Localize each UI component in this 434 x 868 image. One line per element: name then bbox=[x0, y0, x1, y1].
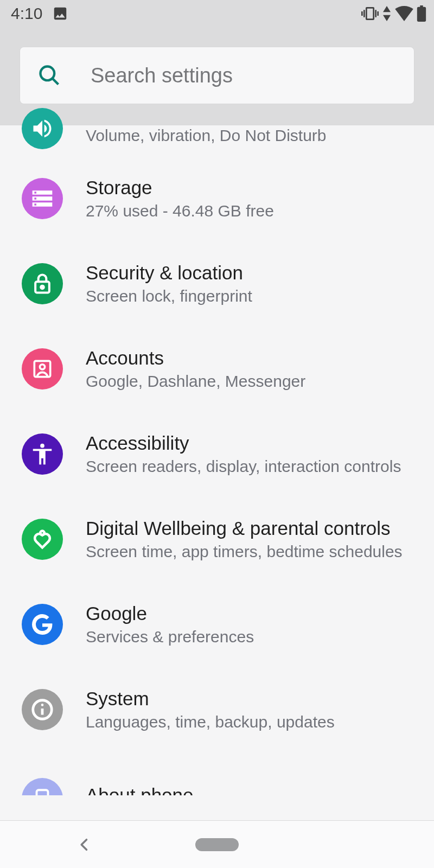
settings-item-accounts[interactable]: Accounts Google, Dashlane, Messenger bbox=[0, 326, 434, 411]
search-icon bbox=[37, 63, 61, 87]
status-time: 4:10 bbox=[11, 4, 42, 23]
svg-point-6 bbox=[40, 443, 44, 448]
svg-point-0 bbox=[41, 67, 55, 81]
settings-item-title: Accessibility bbox=[86, 432, 401, 454]
row-text: Volume, vibration, Do Not Disturb bbox=[86, 123, 327, 145]
settings-item-google[interactable]: Google Services & preferences bbox=[0, 582, 434, 667]
settings-item-wellbeing[interactable]: Digital Wellbeing & parental controls Sc… bbox=[0, 496, 434, 582]
settings-item-subtitle: Screen lock, fingerprint bbox=[86, 287, 252, 305]
row-text: System Languages, time, backup, updates bbox=[86, 688, 335, 731]
row-text: Accounts Google, Dashlane, Messenger bbox=[86, 347, 305, 391]
row-text: Storage 27% used - 46.48 GB free bbox=[86, 177, 274, 220]
settings-item-title: Storage bbox=[86, 177, 274, 199]
status-right bbox=[361, 5, 426, 22]
storage-icon bbox=[22, 178, 63, 219]
settings-item-subtitle: Screen readers, display, interaction con… bbox=[86, 457, 401, 476]
accessibility-icon bbox=[22, 433, 63, 475]
settings-item-storage[interactable]: Storage 27% used - 46.48 GB free bbox=[0, 156, 434, 241]
svg-point-5 bbox=[40, 364, 44, 369]
wellbeing-icon bbox=[22, 519, 63, 560]
row-text: About phone bbox=[86, 784, 194, 795]
settings-item-subtitle: Languages, time, backup, updates bbox=[86, 713, 335, 731]
settings-item-subtitle: Volume, vibration, Do Not Disturb bbox=[86, 123, 327, 145]
settings-item-subtitle: Services & preferences bbox=[86, 628, 254, 646]
google-icon bbox=[22, 604, 63, 645]
settings-item-sound[interactable]: Volume, vibration, Do Not Disturb bbox=[0, 123, 434, 156]
vibrate-icon bbox=[361, 5, 379, 22]
account-icon bbox=[22, 348, 63, 390]
settings-item-title: Digital Wellbeing & parental controls bbox=[86, 518, 403, 539]
settings-item-title: About phone bbox=[86, 784, 194, 795]
row-text: Digital Wellbeing & parental controls Sc… bbox=[86, 518, 403, 561]
nav-home-pill[interactable] bbox=[195, 838, 239, 851]
battery-icon bbox=[417, 5, 426, 22]
search-container: Search settings bbox=[0, 27, 434, 125]
settings-item-title: Accounts bbox=[86, 347, 305, 369]
nav-back-button[interactable] bbox=[77, 837, 92, 852]
row-text: Accessibility Screen readers, display, i… bbox=[86, 432, 401, 476]
svg-rect-11 bbox=[37, 790, 48, 795]
navigation-bar bbox=[0, 820, 434, 868]
settings-item-about[interactable]: About phone bbox=[0, 752, 434, 795]
settings-list: Volume, vibration, Do Not Disturb Storag… bbox=[0, 125, 434, 795]
sound-icon bbox=[22, 108, 63, 149]
data-arrows-icon bbox=[382, 6, 392, 21]
settings-item-title: Google bbox=[86, 603, 254, 624]
svg-point-3 bbox=[41, 285, 44, 289]
settings-item-subtitle: Google, Dashlane, Messenger bbox=[86, 372, 305, 391]
lock-icon bbox=[22, 263, 63, 304]
settings-item-system[interactable]: System Languages, time, backup, updates bbox=[0, 667, 434, 752]
settings-item-subtitle: 27% used - 46.48 GB free bbox=[86, 202, 274, 220]
svg-line-1 bbox=[53, 79, 59, 85]
row-text: Google Services & preferences bbox=[86, 603, 254, 646]
settings-item-title: System bbox=[86, 688, 335, 710]
row-text: Security & location Screen lock, fingerp… bbox=[86, 262, 252, 305]
settings-item-security[interactable]: Security & location Screen lock, fingerp… bbox=[0, 241, 434, 326]
status-bar: 4:10 bbox=[0, 0, 434, 27]
search-placeholder: Search settings bbox=[91, 64, 233, 87]
phone-icon bbox=[22, 778, 63, 795]
settings-item-subtitle: Screen time, app timers, bedtime schedul… bbox=[86, 542, 403, 561]
wifi-icon bbox=[395, 6, 413, 21]
picture-icon bbox=[52, 5, 68, 22]
info-icon bbox=[22, 689, 63, 730]
svg-point-10 bbox=[41, 704, 44, 706]
search-settings[interactable]: Search settings bbox=[20, 47, 414, 104]
settings-item-accessibility[interactable]: Accessibility Screen readers, display, i… bbox=[0, 411, 434, 496]
status-left: 4:10 bbox=[11, 4, 68, 23]
settings-item-title: Security & location bbox=[86, 262, 252, 284]
